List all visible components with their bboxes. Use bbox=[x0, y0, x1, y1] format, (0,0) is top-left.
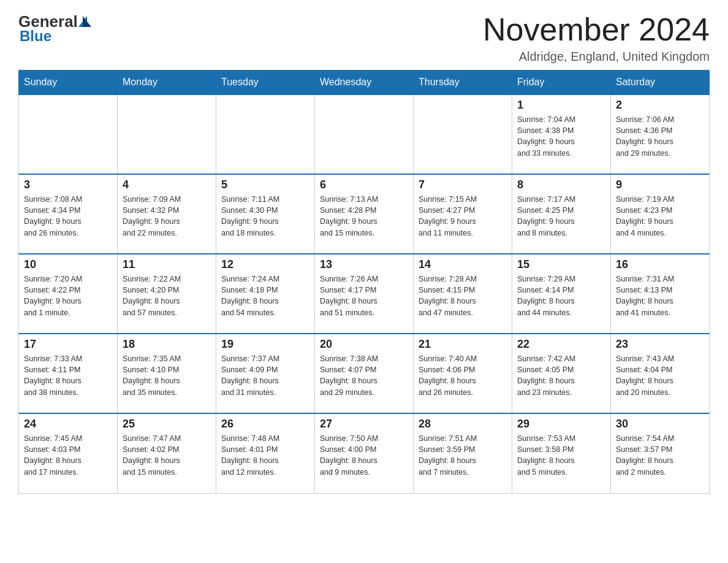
day-info: Sunrise: 7:29 AM Sunset: 4:14 PM Dayligh… bbox=[517, 274, 605, 318]
day-number: 19 bbox=[221, 338, 309, 351]
page-header: General Blue November 2024 Aldridge, Eng… bbox=[18, 12, 710, 64]
day-info: Sunrise: 7:35 AM Sunset: 4:10 PM Dayligh… bbox=[123, 353, 211, 398]
calendar-cell: 4Sunrise: 7:09 AM Sunset: 4:32 PM Daylig… bbox=[118, 174, 216, 254]
day-info: Sunrise: 7:19 AM Sunset: 4:23 PM Dayligh… bbox=[616, 194, 704, 239]
day-info: Sunrise: 7:51 AM Sunset: 3:59 PM Dayligh… bbox=[419, 433, 507, 478]
col-friday: Friday bbox=[512, 71, 611, 95]
day-info: Sunrise: 7:15 AM Sunset: 4:27 PM Dayligh… bbox=[419, 194, 507, 239]
day-number: 11 bbox=[123, 258, 211, 271]
day-info: Sunrise: 7:48 AM Sunset: 4:01 PM Dayligh… bbox=[221, 433, 309, 478]
day-info: Sunrise: 7:28 AM Sunset: 4:15 PM Dayligh… bbox=[419, 274, 507, 318]
calendar-cell: 27Sunrise: 7:50 AM Sunset: 4:00 PM Dayli… bbox=[315, 413, 414, 493]
calendar-week-1: 1Sunrise: 7:04 AM Sunset: 4:38 PM Daylig… bbox=[19, 94, 710, 174]
calendar-cell bbox=[216, 94, 315, 174]
day-number: 28 bbox=[419, 418, 507, 431]
day-number: 26 bbox=[221, 418, 309, 431]
calendar-cell: 5Sunrise: 7:11 AM Sunset: 4:30 PM Daylig… bbox=[216, 174, 315, 254]
calendar-cell bbox=[315, 94, 414, 174]
day-number: 15 bbox=[517, 258, 605, 271]
day-number: 25 bbox=[123, 418, 211, 431]
day-info: Sunrise: 7:54 AM Sunset: 3:57 PM Dayligh… bbox=[616, 433, 704, 478]
day-info: Sunrise: 7:22 AM Sunset: 4:20 PM Dayligh… bbox=[123, 274, 211, 318]
calendar-cell: 23Sunrise: 7:43 AM Sunset: 4:04 PM Dayli… bbox=[611, 334, 710, 413]
calendar-cell: 8Sunrise: 7:17 AM Sunset: 4:25 PM Daylig… bbox=[512, 174, 611, 254]
day-number: 16 bbox=[616, 258, 704, 271]
day-number: 6 bbox=[320, 178, 408, 191]
day-number: 13 bbox=[320, 258, 408, 271]
logo-arrow-dark bbox=[83, 16, 91, 27]
calendar-header-row: Sunday Monday Tuesday Wednesday Thursday… bbox=[19, 71, 710, 95]
calendar-week-5: 24Sunrise: 7:45 AM Sunset: 4:03 PM Dayli… bbox=[19, 413, 710, 493]
day-number: 17 bbox=[24, 338, 112, 351]
day-number: 21 bbox=[419, 338, 507, 351]
day-number: 8 bbox=[517, 178, 605, 191]
day-number: 29 bbox=[517, 418, 605, 431]
calendar-week-3: 10Sunrise: 7:20 AM Sunset: 4:22 PM Dayli… bbox=[19, 254, 710, 334]
calendar-cell: 19Sunrise: 7:37 AM Sunset: 4:09 PM Dayli… bbox=[216, 334, 315, 413]
calendar-cell: 6Sunrise: 7:13 AM Sunset: 4:28 PM Daylig… bbox=[315, 174, 414, 254]
calendar-cell: 14Sunrise: 7:28 AM Sunset: 4:15 PM Dayli… bbox=[414, 254, 512, 334]
month-title: November 2024 bbox=[483, 12, 710, 47]
calendar-cell: 12Sunrise: 7:24 AM Sunset: 4:18 PM Dayli… bbox=[216, 254, 315, 334]
calendar-week-4: 17Sunrise: 7:33 AM Sunset: 4:11 PM Dayli… bbox=[19, 334, 710, 413]
day-info: Sunrise: 7:24 AM Sunset: 4:18 PM Dayligh… bbox=[221, 274, 309, 318]
day-info: Sunrise: 7:06 AM Sunset: 4:36 PM Dayligh… bbox=[616, 114, 704, 159]
calendar-cell: 18Sunrise: 7:35 AM Sunset: 4:10 PM Dayli… bbox=[118, 334, 216, 413]
calendar-week-2: 3Sunrise: 7:08 AM Sunset: 4:34 PM Daylig… bbox=[19, 174, 710, 254]
logo: General Blue bbox=[18, 12, 91, 45]
day-info: Sunrise: 7:43 AM Sunset: 4:04 PM Dayligh… bbox=[616, 353, 704, 398]
day-number: 12 bbox=[221, 258, 309, 271]
day-number: 1 bbox=[517, 99, 605, 112]
day-info: Sunrise: 7:47 AM Sunset: 4:02 PM Dayligh… bbox=[123, 433, 211, 478]
day-number: 20 bbox=[320, 338, 408, 351]
day-number: 22 bbox=[517, 338, 605, 351]
col-thursday: Thursday bbox=[414, 71, 512, 95]
calendar-cell: 3Sunrise: 7:08 AM Sunset: 4:34 PM Daylig… bbox=[19, 174, 118, 254]
day-number: 2 bbox=[616, 99, 704, 112]
calendar-cell bbox=[19, 94, 118, 174]
day-number: 14 bbox=[419, 258, 507, 271]
day-info: Sunrise: 7:38 AM Sunset: 4:07 PM Dayligh… bbox=[320, 353, 408, 398]
calendar-cell: 20Sunrise: 7:38 AM Sunset: 4:07 PM Dayli… bbox=[315, 334, 414, 413]
calendar-cell: 17Sunrise: 7:33 AM Sunset: 4:11 PM Dayli… bbox=[19, 334, 118, 413]
day-number: 24 bbox=[24, 418, 112, 431]
day-info: Sunrise: 7:26 AM Sunset: 4:17 PM Dayligh… bbox=[320, 274, 408, 318]
calendar-cell: 9Sunrise: 7:19 AM Sunset: 4:23 PM Daylig… bbox=[611, 174, 710, 254]
day-number: 3 bbox=[24, 178, 112, 191]
logo-blue: Blue bbox=[20, 28, 51, 45]
title-section: November 2024 Aldridge, England, United … bbox=[483, 12, 710, 64]
day-number: 18 bbox=[123, 338, 211, 351]
day-info: Sunrise: 7:11 AM Sunset: 4:30 PM Dayligh… bbox=[221, 194, 309, 239]
day-number: 9 bbox=[616, 178, 704, 191]
calendar-cell: 25Sunrise: 7:47 AM Sunset: 4:02 PM Dayli… bbox=[118, 413, 216, 493]
calendar-cell: 16Sunrise: 7:31 AM Sunset: 4:13 PM Dayli… bbox=[611, 254, 710, 334]
calendar-cell: 11Sunrise: 7:22 AM Sunset: 4:20 PM Dayli… bbox=[118, 254, 216, 334]
day-info: Sunrise: 7:50 AM Sunset: 4:00 PM Dayligh… bbox=[320, 433, 408, 478]
day-info: Sunrise: 7:31 AM Sunset: 4:13 PM Dayligh… bbox=[616, 274, 704, 318]
col-sunday: Sunday bbox=[19, 71, 118, 95]
calendar-cell: 7Sunrise: 7:15 AM Sunset: 4:27 PM Daylig… bbox=[414, 174, 512, 254]
calendar-cell: 10Sunrise: 7:20 AM Sunset: 4:22 PM Dayli… bbox=[19, 254, 118, 334]
day-info: Sunrise: 7:40 AM Sunset: 4:06 PM Dayligh… bbox=[419, 353, 507, 398]
calendar-cell: 13Sunrise: 7:26 AM Sunset: 4:17 PM Dayli… bbox=[315, 254, 414, 334]
calendar-cell: 28Sunrise: 7:51 AM Sunset: 3:59 PM Dayli… bbox=[414, 413, 512, 493]
calendar-cell: 2Sunrise: 7:06 AM Sunset: 4:36 PM Daylig… bbox=[611, 94, 710, 174]
calendar-cell bbox=[414, 94, 512, 174]
calendar-cell: 26Sunrise: 7:48 AM Sunset: 4:01 PM Dayli… bbox=[216, 413, 315, 493]
calendar-table: Sunday Monday Tuesday Wednesday Thursday… bbox=[18, 70, 710, 494]
day-info: Sunrise: 7:13 AM Sunset: 4:28 PM Dayligh… bbox=[320, 194, 408, 239]
calendar-cell: 29Sunrise: 7:53 AM Sunset: 3:58 PM Dayli… bbox=[512, 413, 611, 493]
day-info: Sunrise: 7:37 AM Sunset: 4:09 PM Dayligh… bbox=[221, 353, 309, 398]
day-info: Sunrise: 7:45 AM Sunset: 4:03 PM Dayligh… bbox=[24, 433, 112, 478]
calendar-cell: 24Sunrise: 7:45 AM Sunset: 4:03 PM Dayli… bbox=[19, 413, 118, 493]
day-info: Sunrise: 7:20 AM Sunset: 4:22 PM Dayligh… bbox=[24, 274, 112, 318]
day-info: Sunrise: 7:42 AM Sunset: 4:05 PM Dayligh… bbox=[517, 353, 605, 398]
day-info: Sunrise: 7:09 AM Sunset: 4:32 PM Dayligh… bbox=[123, 194, 211, 239]
day-info: Sunrise: 7:08 AM Sunset: 4:34 PM Dayligh… bbox=[24, 194, 112, 239]
day-info: Sunrise: 7:04 AM Sunset: 4:38 PM Dayligh… bbox=[517, 114, 605, 159]
day-number: 5 bbox=[221, 178, 309, 191]
day-number: 23 bbox=[616, 338, 704, 351]
location: Aldridge, England, United Kingdom bbox=[483, 50, 710, 64]
calendar-cell: 30Sunrise: 7:54 AM Sunset: 3:57 PM Dayli… bbox=[611, 413, 710, 493]
calendar-cell bbox=[118, 94, 216, 174]
